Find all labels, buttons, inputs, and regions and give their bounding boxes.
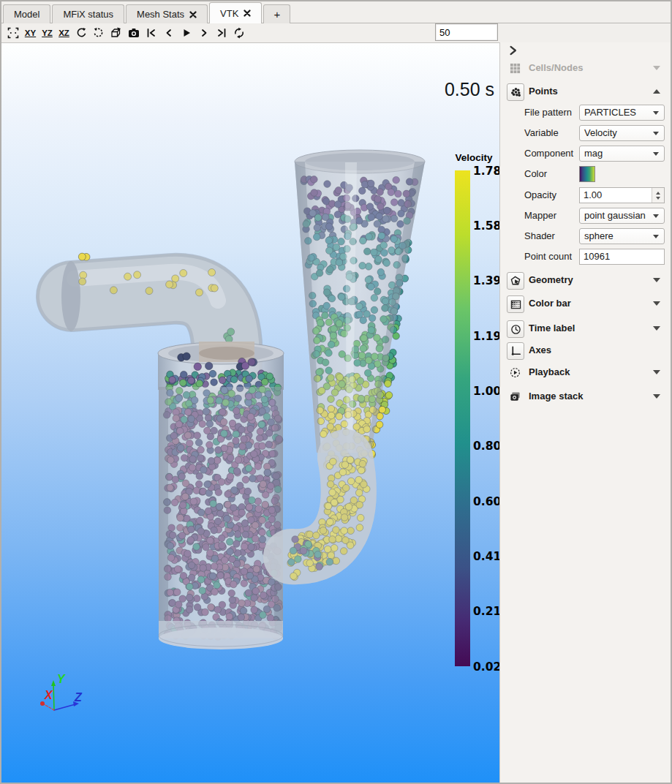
mfix-window: ModelMFiX statusMesh StatsVTK+ XYYZXZ <box>0 0 672 784</box>
colorbar-tick: 0.60 <box>473 495 501 508</box>
tab-label: Mesh Stats <box>137 9 184 20</box>
section-points: Points <box>500 83 671 101</box>
play-circle-icon[interactable] <box>507 364 523 380</box>
field-color: Color <box>500 166 671 182</box>
last-frame-icon[interactable] <box>213 25 230 40</box>
tab-model[interactable]: Model <box>3 4 50 23</box>
play-icon[interactable] <box>178 25 195 40</box>
chevron-down-icon[interactable] <box>653 370 660 374</box>
variable-combo[interactable]: Velocity <box>579 125 665 141</box>
point-count-input[interactable]: 10961 <box>579 249 665 265</box>
tab-new-tab[interactable]: + <box>263 4 290 23</box>
collapse-panel-button[interactable] <box>507 45 519 56</box>
grid-icon <box>507 60 523 76</box>
section-time-label: Time label <box>500 320 671 338</box>
cone-riser-glass <box>295 162 425 453</box>
camera-stack-icon[interactable] <box>507 388 523 404</box>
colorbar-tick: 0.21 <box>473 605 501 618</box>
scalar-colorbar: Velocity 1.781.581.391.191.000.800.600.4… <box>455 152 501 674</box>
spin-buttons[interactable] <box>652 188 664 203</box>
section-label[interactable]: Image stack <box>529 391 583 402</box>
colorbar-icon[interactable] <box>507 295 524 313</box>
section-label[interactable]: Playback <box>529 366 570 377</box>
file-pattern-combo[interactable]: PARTICLES <box>579 105 665 121</box>
chevron-down-icon[interactable] <box>653 326 660 331</box>
shader-combo[interactable]: sphere <box>579 228 665 244</box>
chevron-down-icon <box>653 132 659 135</box>
section-image-stack: Image stack <box>500 388 671 406</box>
section-label[interactable]: Points <box>529 86 558 97</box>
frame-count-input[interactable] <box>436 24 497 40</box>
view-yz-button[interactable]: YZ <box>39 25 56 40</box>
color-swatch-button[interactable] <box>579 166 595 182</box>
vtk-toolbar: XYYZXZ <box>1 23 500 42</box>
colorbar-title: Velocity <box>455 152 493 163</box>
field-label: Shader <box>524 230 555 241</box>
screenshot-icon[interactable] <box>125 25 143 40</box>
tab-vtk[interactable]: VTK <box>209 2 262 23</box>
tab-label: MFiX status <box>63 9 113 20</box>
time-label-text: 0.50 s <box>445 79 494 99</box>
tab-label: + <box>273 8 280 20</box>
view-xy-button[interactable]: XY <box>22 25 39 40</box>
field-label: Component <box>524 148 573 159</box>
colorbar-tick: 1.78 <box>473 165 501 178</box>
repeat-icon[interactable] <box>230 25 248 40</box>
field-label: Color <box>524 168 547 179</box>
orientation-axes: X Y Z <box>40 673 83 710</box>
close-icon[interactable] <box>189 11 197 18</box>
field-shader: Shadersphere <box>500 228 671 244</box>
previous-frame-icon[interactable] <box>160 25 178 40</box>
field-point-count: Point count10961 <box>500 249 671 265</box>
chevron-up-icon[interactable] <box>653 89 660 94</box>
section-cells-nodes: Cells/Nodes <box>500 60 671 78</box>
tab-mfix-status[interactable]: MFiX status <box>52 4 124 23</box>
section-label[interactable]: Geometry <box>529 274 573 285</box>
vtk-3d-viewport[interactable]: X Y Z 0.50 s Velocity 1.781.581.391.191.… <box>1 42 503 784</box>
perspective-icon[interactable] <box>107 25 125 40</box>
field-opacity: Opacity1.00 <box>500 187 671 203</box>
chevron-down-icon <box>653 214 659 218</box>
component-combo[interactable]: mag <box>579 146 665 162</box>
chevron-down-icon[interactable] <box>653 278 660 282</box>
mapper-combo[interactable]: point gaussian <box>579 208 665 224</box>
fit-view-icon[interactable] <box>4 25 22 40</box>
first-frame-icon[interactable] <box>143 25 160 40</box>
opacity-spinbox[interactable]: 1.00 <box>579 187 665 203</box>
field-label: Point count <box>524 251 572 262</box>
section-axes: Axes <box>500 342 671 360</box>
section-label[interactable]: Color bar <box>529 298 571 309</box>
clock-icon[interactable] <box>507 320 524 338</box>
tab-mesh-stats[interactable]: Mesh Stats <box>126 4 208 23</box>
axis-y-label: Y <box>57 673 66 685</box>
rotate-cw-icon[interactable] <box>90 25 107 40</box>
field-file-pattern: File patternPARTICLES <box>500 105 671 121</box>
colorbar-tick: 1.58 <box>473 219 501 233</box>
colorbar-tick: 1.19 <box>473 330 501 343</box>
section-geometry: Geometry <box>500 272 671 290</box>
field-label: File pattern <box>524 107 572 118</box>
tab-label: Model <box>14 9 39 20</box>
section-label[interactable]: Time label <box>529 323 575 333</box>
chevron-down-icon <box>653 111 659 115</box>
axes-icon[interactable] <box>507 342 524 360</box>
section-playback: Playback <box>500 364 671 382</box>
colorbar-tick: 0.41 <box>473 550 501 563</box>
rotate-ccw-icon[interactable] <box>72 25 90 40</box>
points-icon[interactable] <box>507 83 524 101</box>
j-pipe-glass <box>291 457 349 557</box>
colorbar-tick: 0.80 <box>473 440 501 453</box>
colorbar-tick: 1.39 <box>473 274 501 287</box>
tab-label: VTK <box>220 8 238 19</box>
chevron-down-icon[interactable] <box>653 394 660 399</box>
field-component: Componentmag <box>500 146 671 162</box>
section-color-bar: Color bar <box>500 295 671 313</box>
section-label[interactable]: Axes <box>529 344 551 355</box>
chevron-down-icon <box>653 66 660 70</box>
chevron-down-icon[interactable] <box>653 301 660 306</box>
view-xz-button[interactable]: XZ <box>56 25 72 40</box>
geometry-icon[interactable] <box>507 272 524 290</box>
next-frame-icon[interactable] <box>195 25 213 40</box>
close-icon[interactable] <box>243 10 251 17</box>
field-label: Variable <box>524 127 559 138</box>
